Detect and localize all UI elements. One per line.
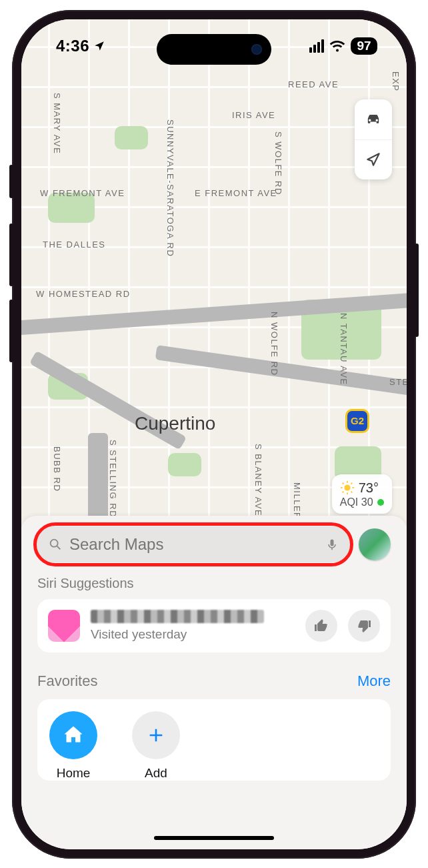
street-label: EXP — [391, 71, 401, 92]
street-label: SUNNYVALE-SARATOGA RD — [165, 119, 175, 257]
favorite-add[interactable]: Add — [132, 711, 180, 781]
wifi-icon — [329, 39, 345, 53]
svg-line-5 — [342, 482, 343, 484]
street-label: N WOLFE RD — [269, 312, 279, 376]
street-label: S BLANEY AVE — [253, 444, 263, 516]
bottom-sheet[interactable]: Siri Suggestions Visited yesterday Favor… — [21, 516, 407, 849]
street-label: N TANTAU AVE — [339, 313, 349, 386]
svg-line-10 — [57, 546, 61, 549]
thumbs-down-icon — [356, 618, 372, 634]
favorites-card: Home Add — [37, 699, 391, 781]
siri-suggestion-card[interactable]: Visited yesterday — [37, 599, 391, 653]
locate-me-button[interactable] — [355, 139, 392, 179]
aqi-dot-icon — [377, 499, 384, 506]
home-icon — [61, 723, 85, 747]
svg-line-7 — [342, 491, 343, 492]
suggestion-title-redacted — [91, 610, 264, 623]
location-arrow-icon — [365, 151, 382, 168]
microphone-icon[interactable] — [325, 536, 339, 552]
favorite-home[interactable]: Home — [49, 711, 97, 781]
svg-line-8 — [351, 482, 352, 484]
home-indicator[interactable] — [154, 836, 274, 840]
thumbs-down-button[interactable] — [348, 610, 380, 642]
svg-rect-11 — [331, 539, 334, 546]
thumbs-up-icon — [313, 618, 329, 634]
weather-temp: 73° — [359, 480, 379, 496]
favorites-more-button[interactable]: More — [357, 673, 391, 690]
favorite-add-label: Add — [145, 766, 167, 781]
svg-line-6 — [351, 491, 352, 492]
search-field[interactable] — [37, 526, 349, 562]
street-label: S STELLING RD — [108, 440, 118, 518]
map-canvas[interactable]: REED AVE IRIS AVE E FREMONT AVE W FREMON… — [21, 19, 407, 533]
street-label: REED AVE — [288, 79, 339, 89]
siri-suggestions-heading: Siri Suggestions — [37, 576, 391, 591]
street-label: S WOLFE RD — [273, 131, 283, 195]
search-icon — [48, 537, 63, 552]
street-label: IRIS AVE — [232, 110, 275, 120]
city-label: Cupertino — [135, 413, 215, 434]
battery-level: 97 — [351, 37, 377, 55]
street-label: E FREMONT AVE — [195, 188, 277, 198]
location-services-icon — [93, 40, 105, 52]
street-label: BUBB RD — [52, 446, 62, 492]
sun-icon — [340, 480, 355, 495]
svg-point-9 — [51, 539, 58, 546]
street-label: STE — [389, 377, 407, 387]
favorites-heading: Favorites — [37, 673, 97, 690]
street-label: W FREMONT AVE — [40, 188, 125, 198]
favorite-home-label: Home — [57, 766, 91, 781]
search-input[interactable] — [69, 535, 325, 554]
thumbs-up-button[interactable] — [305, 610, 337, 642]
dynamic-island — [157, 34, 271, 65]
driving-mode-button[interactable] — [355, 99, 392, 139]
street-label: THE DALLES — [43, 240, 105, 250]
car-icon — [364, 110, 383, 129]
status-time: 4:36 — [56, 37, 89, 55]
suggestion-subtitle: Visited yesterday — [91, 627, 295, 642]
suggestion-thumbnail — [48, 610, 80, 642]
street-label: S MARY AVE — [52, 93, 62, 154]
street-label: W HOMESTEAD RD — [36, 289, 131, 299]
weather-widget[interactable]: 73° AQI 30 — [332, 474, 392, 514]
weather-aqi: AQI 30 — [340, 496, 373, 508]
profile-avatar[interactable] — [359, 528, 391, 560]
route-shield: G2 — [345, 409, 369, 433]
svg-point-0 — [344, 484, 350, 490]
cell-signal-icon — [309, 39, 324, 53]
plus-icon — [145, 725, 167, 746]
